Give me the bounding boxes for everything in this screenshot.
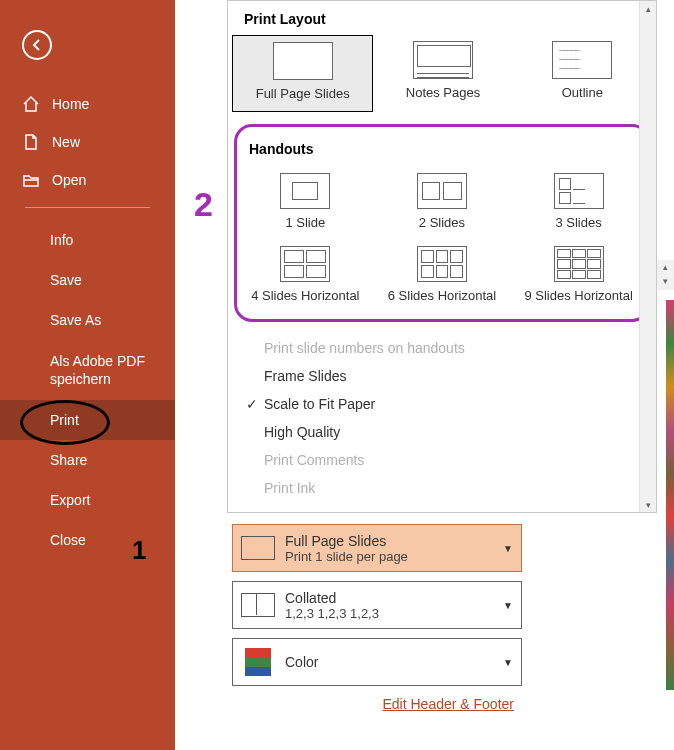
preview-scrollbar[interactable]: ▴ ▾ <box>657 260 674 290</box>
combo-collate[interactable]: Collated 1,2,3 1,2,3 1,2,3 ▼ <box>232 581 522 629</box>
scroll-up-icon[interactable]: ▴ <box>657 260 674 274</box>
option-print-slide-numbers: Print slide numbers on handouts <box>264 334 656 362</box>
nav-close[interactable]: Close <box>0 520 175 560</box>
preview-thumbnail-edge <box>666 300 674 690</box>
chevron-down-icon: ▼ <box>503 657 513 668</box>
nav-print[interactable]: Print <box>0 400 175 440</box>
nav-new-label: New <box>52 134 80 150</box>
handout-6-horizontal[interactable]: 6 Slides Horizontal <box>374 238 511 311</box>
sidebar-divider <box>25 207 150 208</box>
print-layout-header: Print Layout <box>228 1 656 35</box>
backstage-sidebar: Home New Open Info Save Save As Als Adob… <box>0 0 175 750</box>
color-swatch-icon <box>245 648 271 676</box>
back-button[interactable] <box>22 30 52 60</box>
handouts-highlight-box: Handouts 1 Slide 2 Slides 3 Slides 4 Sli… <box>234 124 650 322</box>
nav-new[interactable]: New <box>0 123 175 161</box>
check-icon: ✓ <box>240 396 264 412</box>
nav-open-label: Open <box>52 172 86 188</box>
full-page-icon <box>273 42 333 80</box>
nav-save[interactable]: Save <box>0 260 175 300</box>
open-icon <box>22 171 40 189</box>
nav-save-as[interactable]: Save As <box>0 300 175 340</box>
handout-4-icon <box>280 246 330 282</box>
new-icon <box>22 133 40 151</box>
annotation-1: 1 <box>132 535 146 566</box>
handout-1-icon <box>280 173 330 209</box>
nav-home[interactable]: Home <box>0 85 175 123</box>
handout-2-slides[interactable]: 2 Slides <box>374 165 511 238</box>
collate-combo-icon <box>241 593 275 617</box>
layout-combo-icon <box>241 536 275 560</box>
combo-color-title: Color <box>285 654 503 670</box>
nav-info[interactable]: Info <box>0 220 175 260</box>
handout-3-icon <box>554 173 604 209</box>
annotation-2: 2 <box>194 185 213 224</box>
nav-home-label: Home <box>52 96 89 112</box>
scroll-down-icon[interactable]: ▾ <box>640 497 657 512</box>
chevron-down-icon: ▼ <box>503 543 513 554</box>
option-print-comments: Print Comments <box>264 446 656 474</box>
handout-2-icon <box>417 173 467 209</box>
outline-icon <box>552 41 612 79</box>
combo-collate-sub: 1,2,3 1,2,3 1,2,3 <box>285 606 503 621</box>
print-settings-area: Full Page Slides Print 1 slide per page … <box>232 524 522 713</box>
handout-9-horizontal[interactable]: 9 Slides Horizontal <box>510 238 647 311</box>
layout-notes-pages[interactable]: Notes Pages <box>373 35 512 112</box>
handout-3-slides[interactable]: 3 Slides <box>510 165 647 238</box>
nav-export[interactable]: Export <box>0 480 175 520</box>
combo-color[interactable]: Color ▼ <box>232 638 522 686</box>
handout-4-horizontal[interactable]: 4 Slides Horizontal <box>237 238 374 311</box>
back-arrow-icon <box>29 37 45 53</box>
dropdown-scrollbar[interactable]: ▴ ▾ <box>639 1 656 512</box>
handout-1-slide[interactable]: 1 Slide <box>237 165 374 238</box>
handout-6-icon <box>417 246 467 282</box>
option-frame-slides[interactable]: Frame Slides <box>264 362 656 390</box>
home-icon <box>22 95 40 113</box>
combo-layout-title: Full Page Slides <box>285 533 503 549</box>
notes-pages-icon <box>413 41 473 79</box>
nav-share[interactable]: Share <box>0 440 175 480</box>
combo-layout-sub: Print 1 slide per page <box>285 549 503 564</box>
option-high-quality[interactable]: High Quality <box>264 418 656 446</box>
nav-open[interactable]: Open <box>0 161 175 199</box>
handouts-header: Handouts <box>237 131 647 165</box>
handout-9-icon <box>554 246 604 282</box>
combo-collate-title: Collated <box>285 590 503 606</box>
layout-outline[interactable]: Outline <box>513 35 652 112</box>
layout-full-page-slides[interactable]: Full Page Slides <box>232 35 373 112</box>
scroll-down-icon[interactable]: ▾ <box>657 274 674 288</box>
option-scale-to-fit[interactable]: ✓Scale to Fit Paper <box>264 390 656 418</box>
option-print-ink: Print Ink <box>264 474 656 502</box>
print-layout-dropdown: ▴ ▾ Print Layout Full Page Slides Notes … <box>227 0 657 513</box>
combo-layout[interactable]: Full Page Slides Print 1 slide per page … <box>232 524 522 572</box>
edit-header-footer-link[interactable]: Edit Header & Footer <box>232 695 522 713</box>
scroll-up-icon[interactable]: ▴ <box>640 1 657 16</box>
nav-adobe-pdf[interactable]: Als Adobe PDF speichern <box>0 340 175 400</box>
chevron-down-icon: ▼ <box>503 600 513 611</box>
